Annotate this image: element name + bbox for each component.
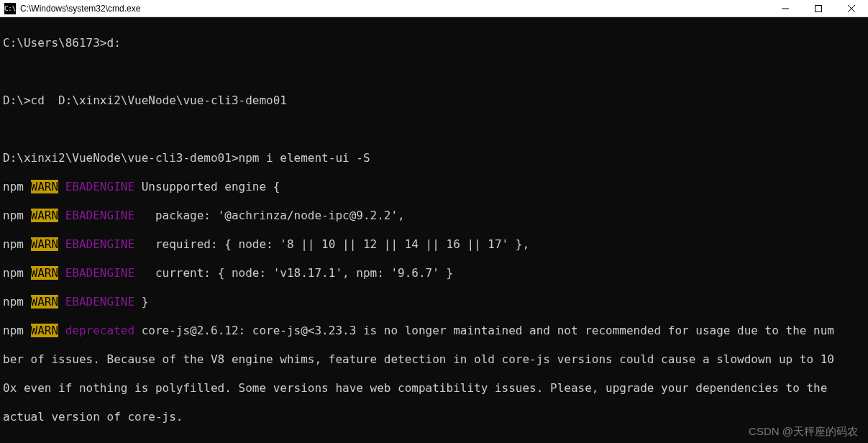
warn-badge: WARN [31,209,59,222]
ebad-label: EBADENGINE [58,266,134,280]
deprecated-text: core-js@2.6.12: core-js@<3.23.3 is no lo… [134,324,834,337]
close-button[interactable] [835,0,868,17]
window-title: C:\Windows\system32\cmd.exe [20,4,769,14]
warn-text: package: '@achrinza/node-ipc@9.2.2', [134,209,405,222]
warn-text: current: { node: 'v18.17.1', npm: '9.6.7… [134,266,453,280]
deprecated-label: deprecated [58,324,134,337]
warn-badge: WARN [31,180,59,193]
warn-badge: WARN [31,237,59,251]
warn-text: required: { node: '8 || 10 || 12 || 14 |… [134,237,529,251]
warn-badge: WARN [31,324,59,337]
terminal-output[interactable]: C:\Users\86173>d: D:\>cd D:\xinxi2\VueNo… [0,17,868,443]
command-text: npm i element-ui -S [239,151,370,165]
ebad-label: EBADENGINE [58,295,134,309]
window-titlebar: C:\ C:\Windows\system32\cmd.exe [0,0,868,17]
deprecated-text: ber of issues. Because of the V8 engine … [3,352,865,367]
warn-text: Unsupported engine { [134,180,280,193]
ebad-label: EBADENGINE [58,180,134,193]
npm-prefix: npm [3,237,31,251]
maximize-button[interactable] [802,0,835,17]
ebad-label: EBADENGINE [58,237,134,251]
svg-rect-1 [816,5,822,12]
npm-prefix: npm [3,266,31,280]
npm-prefix: npm [3,180,31,193]
prompt: D:\xinxi2\VueNode\vue-cli3-demo01> [3,151,239,165]
ebad-label: EBADENGINE [58,209,134,222]
prompt: D:\> [3,93,31,107]
command-text: d: [107,36,121,50]
command-text: cd D:\xinxi2\VueNode\vue-cli3-demo01 [31,93,287,107]
warn-badge: WARN [31,295,59,309]
deprecated-text: actual version of core-js. [3,410,865,424]
npm-prefix: npm [3,324,31,337]
warn-text: } [134,295,148,309]
minimize-button[interactable] [769,0,802,17]
deprecated-text: 0x even if nothing is polyfilled. Some v… [3,381,865,396]
prompt: C:\Users\86173> [3,36,107,50]
warn-badge: WARN [31,266,59,280]
npm-prefix: npm [3,209,31,222]
npm-prefix: npm [3,295,31,309]
cmd-icon: C:\ [4,3,16,14]
